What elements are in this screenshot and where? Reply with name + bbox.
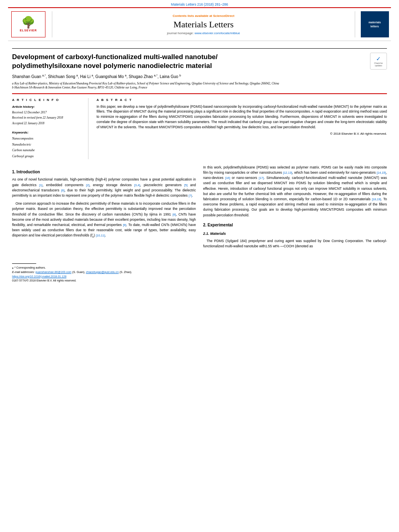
elsevier-logo-box: 🌳 ELSEVIER [11,11,45,37]
email-label: E-mail addresses: [12,271,35,273]
keyword-4: Carboxyl groups [12,154,83,159]
column-left: 1. Introduction As one of novel function… [12,165,196,283]
journal-header: 🌳 ELSEVIER Contents lists available at S… [8,7,391,41]
footnote-email: E-mail addresses: guanshanshan.86@163.co… [12,270,196,275]
sciencedirect-brand[interactable]: ScienceDirect [213,14,234,18]
doi-link[interactable]: https://doi.org/10.1016/j.matlet.2018.01… [12,275,66,278]
two-column-body: 1. Introduction As one of novel function… [12,165,387,283]
elsevier-brand-text: ELSEVIER [20,29,37,32]
check-updates-icon: ✓ [376,55,381,62]
intro-para1: As one of novel functional materials, hi… [12,177,196,198]
author-shugao: Shugao Zhao [129,75,153,79]
email-zhao[interactable]: zhaoshugao@qust.edu.cn [86,271,119,273]
ref-1[interactable]: [1] [39,183,42,187]
footnote-star-icon: ⁎ [12,266,14,269]
ref-6[interactable]: [6] [61,189,64,192]
keywords-label: Keywords: [12,131,83,134]
affiliations: a Key Lab of Rubber-plastics, Ministry o… [12,82,387,90]
author-haili: Hai Li [80,75,90,79]
author-shugao-sup: a,* [154,74,158,77]
keyword-2: Nanodielectric [12,142,83,148]
ref-5[interactable]: [5] [184,183,187,187]
right-para1: In this work, polydimethylsiloxane (PDMS… [203,165,387,218]
article-history: Article history: Received 12 December 20… [12,104,83,126]
ref-16[interactable]: [16] [225,176,230,180]
authors-line: Shanshan Guan a,*, Shichuan Song a, Hai … [12,74,387,80]
received-date: Received 12 December 2017 [12,110,83,115]
column-right: In this work, polydimethylsiloxane (PDMS… [203,165,387,283]
ref-10-11[interactable]: [10,11] [96,234,105,237]
journal-reference: Materials Letters 216 (2018) 281–286 [0,0,399,7]
email-shanshan[interactable]: guanshanshan.86@163.com [35,271,72,273]
ref-2[interactable]: [2] [86,183,89,187]
article-body: A R T I C L E I N F O Article history: R… [12,93,387,159]
keyword-3: Carbon nanotube [12,148,83,153]
ref-8[interactable]: [8] [173,213,176,216]
history-label: Article history: [12,104,83,110]
materials-para1: The PDMS (Sylgard 184) prepolymer and cu… [203,238,387,249]
email-shanshan-name: (S. Guan), [72,271,86,273]
abstract-copyright: © 2018 Elsevier B.V. All rights reserved… [97,132,387,136]
footnote-corresponding: ⁎ * Corresponding authors. [12,266,196,270]
abstract-section-title: A B S T R A C T [97,98,387,102]
homepage-link[interactable]: www.elsevier.com/locate/mlblue [195,31,240,35]
ref-3-4[interactable]: [3,4] [134,183,140,187]
article-title-section: Development of carboxyl-functionalized m… [12,48,387,70]
footnote-issn: 0167-577X/© 2018 Elsevier B.V. All right… [12,279,196,283]
ref-18-19[interactable]: [18,19] [372,197,381,201]
author-shichuan: Shichuan Song [48,75,75,79]
journal-homepage: journal homepage: www.elsevier.com/locat… [167,31,240,35]
affiliation-a: a Key Lab of Rubber-plastics, Ministry o… [12,82,387,86]
ref-9[interactable]: [9] [123,223,126,227]
journal-center-info: Contents lists available at ScienceDirec… [52,11,355,37]
author-shanshan: Shanshan Guan [12,75,41,79]
experimental-heading: 2. Experimental [203,222,387,228]
received-revised-date: Received in revised form 22 January 2018 [12,115,83,121]
journal-title: Materials Letters [173,19,234,30]
journal-logo-right: materialsletters [355,11,391,37]
article-info-section-title: A R T I C L E I N F O [12,98,83,102]
author-laina: Laina Guo [160,75,178,79]
sciencedirect-label: Contents lists available at [173,14,212,18]
check-updates-text: Check forupdates [374,62,383,67]
accepted-date: Accepted 22 January 2018 [12,121,83,126]
author-haili-sup: a [92,74,93,77]
journal-ref-text: Materials Letters 216 (2018) 281–286 [171,2,228,6]
materials-sub-heading: 2.1. Materials [203,231,387,237]
main-content: Development of carboxyl-functionalized m… [0,41,399,287]
ref-17[interactable]: [17] [259,176,264,180]
author-shanshan-sup: a,* [42,74,46,77]
author-laina-sup: b [179,74,181,77]
keyword-1: Nanocomposites [12,136,83,142]
affiliation-b: b Hutchinson SA-Research & Innovation Ce… [12,86,387,90]
page: Materials Letters 216 (2018) 281–286 🌳 E… [0,0,399,532]
author-guangshuai-sup: a [125,74,127,77]
footnote-divider [12,263,36,264]
article-info-column: A R T I C L E I N F O Article history: R… [12,98,88,159]
ref-14-15[interactable]: [14,15] [377,171,386,175]
elsevier-tree-icon: 🌳 [21,17,35,28]
materials-letters-logo-box: materialsletters [361,11,389,37]
corresponding-note-text: * Corresponding authors. [14,266,46,269]
abstract-text: In this paper, we develop a new type of … [97,104,387,130]
ref-7[interactable]: [7] [189,194,192,197]
footnote-doi: https://doi.org/10.1016/j.matlet.2018.01… [12,275,196,279]
abstract-column: A B S T R A C T In this paper, we develo… [97,98,387,159]
intro-heading: 1. Introduction [12,169,196,175]
author-shichuan-sup: a [76,74,78,77]
email-zhao-name: (S. Zhao). [119,271,132,273]
check-updates-badge: ✓ Check forupdates [370,53,387,70]
intro-para2: One common approach to increase the diel… [12,201,196,239]
author-guangshuai: Guangshuai Mo [95,75,124,79]
homepage-label: journal homepage: [167,31,193,35]
sciencedirect-info: Contents lists available at ScienceDirec… [173,14,234,18]
keywords-list: Nanocomposites Nanodielectric Carbon nan… [12,136,83,159]
elsevier-logo: 🌳 ELSEVIER [8,11,52,37]
materials-letters-logo-text: materialsletters [368,21,381,28]
article-title: Development of carboxyl-functionalized m… [12,53,370,70]
ref-12-13[interactable]: [12,13] [283,171,292,175]
footnote-area: ⁎ * Corresponding authors. E-mail addres… [12,263,196,283]
